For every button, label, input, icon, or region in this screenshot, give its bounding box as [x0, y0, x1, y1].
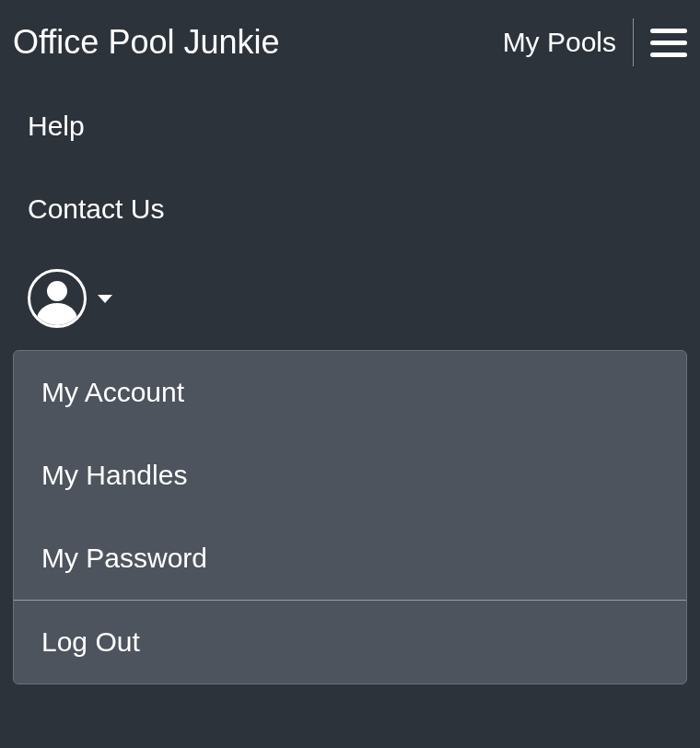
user-menu-toggle[interactable] — [13, 251, 687, 350]
header: Office Pool Junkie My Pools — [0, 0, 700, 85]
dropdown-item-my-account[interactable]: My Account — [14, 351, 686, 434]
divider-vertical — [633, 18, 634, 66]
dropdown-item-my-password[interactable]: My Password — [14, 517, 686, 600]
dropdown-item-my-handles[interactable]: My Handles — [14, 434, 686, 517]
avatar-icon — [28, 269, 87, 328]
user-dropdown: My Account My Handles My Password Log Ou… — [13, 350, 687, 684]
menu-item-contact[interactable]: Contact Us — [13, 168, 687, 251]
menu-list: Help Contact Us — [0, 85, 700, 350]
hamburger-menu-icon[interactable] — [650, 27, 687, 59]
my-pools-link[interactable]: My Pools — [503, 27, 616, 58]
dropdown-item-logout[interactable]: Log Out — [14, 601, 686, 684]
header-right: My Pools — [503, 18, 687, 66]
site-title[interactable]: Office Pool Junkie — [13, 23, 280, 62]
menu-item-help[interactable]: Help — [13, 85, 687, 168]
caret-down-icon — [98, 295, 112, 303]
